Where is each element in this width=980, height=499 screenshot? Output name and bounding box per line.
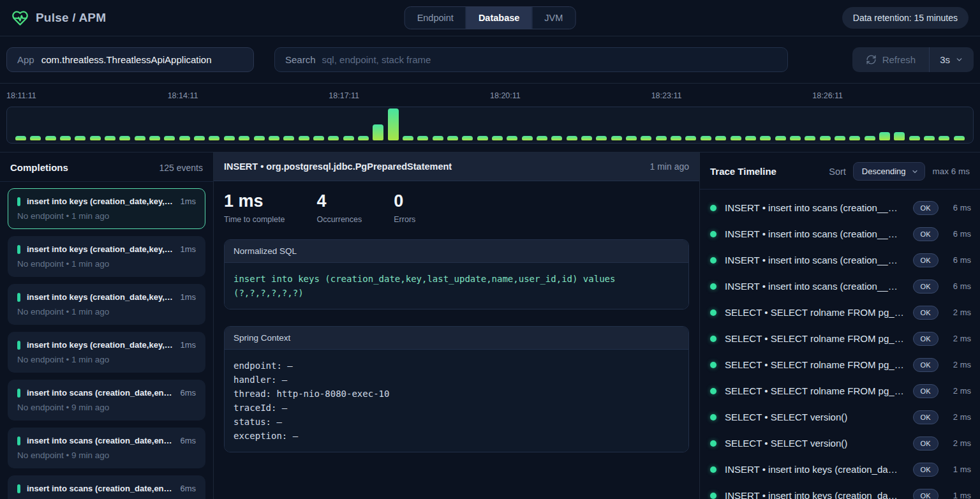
histogram-bar[interactable] [745,136,756,140]
histogram-bar[interactable] [149,136,160,140]
completion-card[interactable]: insert into keys (creation_date,key,l… 1… [8,284,205,325]
histogram-bar[interactable] [403,136,413,140]
trace-row[interactable]: INSERT • insert into keys (creation_da… … [710,456,971,482]
histogram-bar[interactable] [239,136,249,140]
histogram-bar[interactable] [596,136,607,140]
histogram-bar[interactable] [671,136,681,140]
histogram-bar[interactable] [820,136,831,140]
app-selector[interactable]: App com.threatless.ThreatlessApiApplicat… [6,47,254,72]
histogram-bar[interactable] [135,136,145,140]
histogram-bar[interactable] [731,136,741,140]
histogram-bar[interactable] [283,136,294,140]
histogram-bar[interactable] [30,136,41,140]
histogram-bar[interactable] [909,136,920,140]
histogram-bar[interactable] [164,136,175,140]
trace-row[interactable]: SELECT • SELECT rolname FROM pg_r… OK 2 … [710,378,971,404]
histogram-bar[interactable] [90,136,101,140]
tab-jvm[interactable]: JVM [531,7,575,29]
histogram-bar[interactable] [75,136,85,140]
tab-database[interactable]: Database [466,7,531,29]
histogram-bar[interactable] [388,108,399,140]
event-dot-icon [17,245,20,254]
histogram-bar[interactable] [805,136,815,140]
histogram-bar[interactable] [879,132,890,140]
histogram-bar[interactable] [313,136,324,140]
histogram-bar[interactable] [894,132,905,140]
histogram-bar[interactable] [299,136,309,140]
histogram-bar[interactable] [775,136,786,140]
trace-row[interactable]: INSERT • insert into scans (creation__… … [710,247,971,273]
histogram-bar[interactable] [60,136,71,140]
histogram-bar[interactable] [537,136,547,140]
trace-row[interactable]: INSERT • insert into scans (creation__… … [710,273,971,299]
histogram-bar[interactable] [179,136,190,140]
histogram-bar[interactable] [15,136,26,140]
histogram-bar[interactable] [254,136,265,140]
histogram-bar[interactable] [835,136,845,140]
histogram-bar[interactable] [492,136,503,140]
histogram-bar[interactable] [924,136,935,140]
trace-row[interactable]: SELECT • SELECT rolname FROM pg_r… OK 2 … [710,352,971,378]
histogram-bar[interactable] [522,136,533,140]
histogram-bar[interactable] [641,136,651,140]
histogram-bar[interactable] [865,136,875,140]
trace-row[interactable]: INSERT • insert into keys (creation_da… … [710,482,971,499]
completion-title: insert into keys (creation_date,key,l… [27,340,174,350]
refresh-button[interactable]: Refresh [852,47,930,72]
completion-card[interactable]: insert into scans (creation_date,en… 6ms… [8,380,205,421]
histogram-bar[interactable] [417,136,428,140]
histogram-bar[interactable] [701,136,711,140]
spring-context-card: Spring Context endpoint: –handler: –thre… [224,326,689,452]
histogram-bar[interactable] [656,136,667,140]
trace-row-duration: 2 ms [947,412,971,422]
trace-row[interactable]: SELECT • SELECT rolname FROM pg_r… OK 2 … [710,325,971,352]
completion-card[interactable]: insert into keys (creation_date,key,l… 1… [8,188,205,229]
histogram-bar[interactable] [954,136,965,140]
histogram-bar[interactable] [209,136,219,140]
histogram-bar[interactable] [462,136,473,140]
histogram-bar[interactable] [105,136,115,140]
histogram-bar[interactable] [343,136,354,140]
histogram-bar[interactable] [433,136,443,140]
histogram-bar[interactable] [849,136,860,140]
completion-card[interactable]: insert into keys (creation_date,key,l… 1… [8,332,205,373]
histogram-bar[interactable] [760,136,771,140]
search-field[interactable]: Search [274,47,788,72]
search-input[interactable] [322,54,777,65]
histogram-bar[interactable] [507,136,517,140]
trace-status-dot-icon [710,283,716,290]
trace-row-duration: 1 ms [947,465,971,474]
histogram-bar[interactable] [626,136,637,140]
trace-row[interactable]: SELECT • SELECT rolname FROM pg_r… OK 2 … [710,299,971,325]
histogram-bar[interactable] [611,136,622,140]
histogram-bar[interactable] [119,136,130,140]
histogram-bar[interactable] [358,136,369,140]
histogram-bar[interactable] [477,136,488,140]
histogram-bar[interactable] [581,136,592,140]
app-selector-value: com.threatless.ThreatlessApiApplication [41,54,212,65]
histogram-bar[interactable] [224,136,235,140]
completion-card[interactable]: insert into keys (creation_date,key,l… 1… [8,236,205,277]
trace-row[interactable]: INSERT • insert into scans (creation__… … [710,221,971,247]
histogram-bar[interactable] [551,136,562,140]
trace-row[interactable]: INSERT • insert into scans (creation__… … [710,195,971,221]
tab-endpoint[interactable]: Endpoint [405,7,466,29]
histogram-bar[interactable] [194,136,205,140]
histogram-bar[interactable] [685,136,696,140]
histogram-bar[interactable] [715,136,726,140]
histogram-bar[interactable] [447,136,458,140]
sort-select[interactable]: Descending [853,162,926,181]
trace-row[interactable]: SELECT • SELECT version() OK 2 ms [710,404,971,430]
histogram-bar[interactable] [373,124,383,140]
histogram-bar[interactable] [939,136,949,140]
completion-card[interactable]: insert into scans (creation_date,en… 6ms… [8,428,205,468]
histogram-bar[interactable] [567,136,577,140]
refresh-interval-select[interactable]: 3s [929,47,974,72]
histogram-bar[interactable] [328,136,339,140]
status-badge: OK [913,436,939,451]
trace-row[interactable]: SELECT • SELECT version() OK 2 ms [710,430,971,456]
histogram-bar[interactable] [45,136,56,140]
histogram-bar[interactable] [790,136,801,140]
completion-card[interactable]: insert into scans (creation_date,en… 6ms… [8,475,205,499]
histogram-bar[interactable] [269,136,279,140]
